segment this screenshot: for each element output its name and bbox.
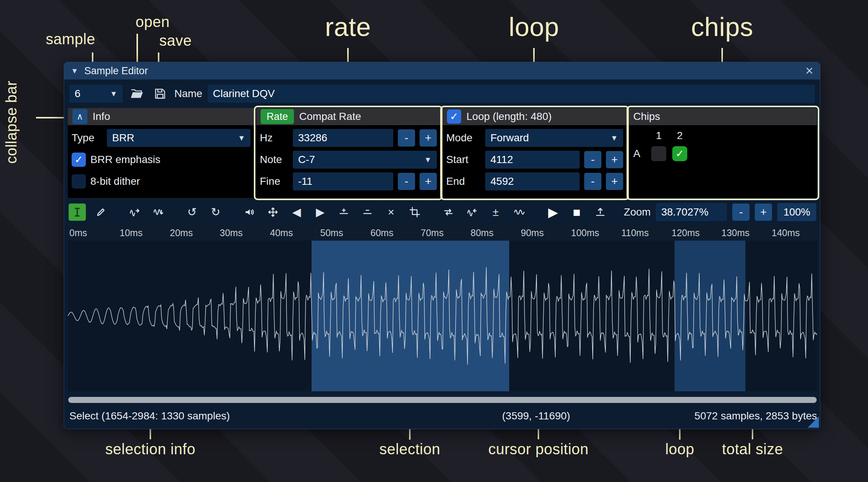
ruler-label: 100ms <box>571 228 599 238</box>
ruler-label: 120ms <box>672 228 700 238</box>
zoom-group: Zoom - + 100% <box>624 203 816 221</box>
hz-minus-button[interactable]: - <box>398 129 415 147</box>
check-icon: ✓ <box>676 148 684 160</box>
title-bar[interactable]: ▼ Sample Editor × <box>64 62 820 79</box>
zoom-plus-button[interactable]: + <box>755 204 772 221</box>
open-button[interactable] <box>128 85 146 103</box>
zoom-value-field[interactable] <box>656 203 727 221</box>
fine-minus-button[interactable]: - <box>398 173 415 190</box>
open-folder-icon <box>130 87 144 100</box>
status-cursor-position: (3599, -11690) <box>502 410 570 422</box>
select-tool-button[interactable] <box>69 204 86 221</box>
loop-start-plus-button[interactable]: + <box>606 151 623 168</box>
chip-2-checkbox[interactable]: ✓ <box>672 146 687 161</box>
ruler-label: 130ms <box>721 228 750 238</box>
filter-button[interactable] <box>511 204 528 221</box>
resample-wave-icon <box>153 207 164 218</box>
delete-icon: × <box>388 207 394 218</box>
reverse-button[interactable] <box>463 204 481 221</box>
delete-button[interactable]: × <box>382 204 400 221</box>
type-label: Type <box>72 132 102 144</box>
loop-region[interactable] <box>675 241 745 391</box>
loop-start-label: Start <box>446 154 481 166</box>
invert-button[interactable]: ± <box>487 204 504 221</box>
chevron-up-icon: ∧ <box>76 111 83 122</box>
normalize-button[interactable] <box>264 204 282 221</box>
upload-button[interactable] <box>592 204 609 221</box>
fine-plus-button[interactable]: + <box>420 173 437 190</box>
loop-end-value: 4592 <box>490 175 514 187</box>
stop-button[interactable]: ■ <box>568 204 585 221</box>
type-value: BRR <box>112 132 134 144</box>
preview-play-button[interactable]: ▶ <box>544 204 562 221</box>
annotation-selection: selection <box>354 441 466 457</box>
insert-silence-button[interactable] <box>335 204 352 221</box>
hz-plus-button[interactable]: + <box>420 129 437 147</box>
chip-1-checkbox[interactable] <box>651 146 666 161</box>
waveform-display[interactable] <box>68 241 817 391</box>
loop-end-field[interactable]: 4592 <box>485 172 580 190</box>
scrollbar-thumb[interactable] <box>68 397 817 403</box>
type-dropdown[interactable]: BRR ▼ <box>107 129 250 147</box>
swap-icon <box>443 207 454 218</box>
name-input[interactable] <box>208 85 815 103</box>
sample-selector[interactable]: 6 ▼ <box>69 85 123 103</box>
annotation-chips: chips <box>666 13 778 42</box>
chevron-down-icon: ▼ <box>238 134 245 142</box>
status-bar: Select (1654-2984: 1330 samples) (3599, … <box>68 407 817 425</box>
fade-in-button[interactable]: ◀ <box>288 204 305 221</box>
resize-button[interactable] <box>126 204 143 221</box>
save-floppy-icon <box>153 87 167 100</box>
window-collapse-icon[interactable]: ▼ <box>71 67 78 75</box>
name-label: Name <box>174 88 202 100</box>
loop-end-plus-button[interactable]: + <box>606 173 623 190</box>
loop-panel-header: ✓ Loop (length: 480) <box>442 108 627 125</box>
dither-checkbox[interactable] <box>72 174 86 189</box>
check-icon: ✓ <box>450 111 459 123</box>
ruler-label: 70ms <box>421 228 444 238</box>
controls-row: 6 ▼ Name <box>64 79 820 108</box>
ruler-label: 30ms <box>220 228 243 238</box>
loop-end-minus-button[interactable]: - <box>584 173 601 190</box>
note-dropdown[interactable]: C-7 ▼ <box>293 151 437 169</box>
chevron-down-icon: ▼ <box>110 90 117 98</box>
fade-out-button[interactable]: ▶ <box>312 204 329 221</box>
selection-region[interactable] <box>312 241 509 391</box>
hz-field[interactable]: 33286 <box>293 129 393 147</box>
sample-editor-window: ▼ Sample Editor × 6 ▼ <box>64 62 820 429</box>
chips-row-a-label: A <box>631 148 640 160</box>
loop-checkbox[interactable]: ✓ <box>447 109 461 124</box>
fine-field[interactable]: -11 <box>293 172 393 190</box>
apply-silence-button[interactable] <box>359 204 376 221</box>
chips-col-2-label: 2 <box>677 130 683 142</box>
trim-button[interactable] <box>406 204 423 221</box>
undo-button[interactable]: ↺ <box>183 204 201 221</box>
amplify-button[interactable] <box>241 204 258 221</box>
flip-button[interactable] <box>440 204 457 221</box>
annotation-loop: loop <box>478 13 590 42</box>
close-button[interactable]: × <box>805 64 813 78</box>
note-label: Note <box>260 154 288 166</box>
brr-emphasis-checkbox[interactable]: ✓ <box>72 153 86 167</box>
resample-button[interactable] <box>150 204 167 221</box>
loop-panel: ✓ Loop (length: 480) Mode Forward ▼ Star… <box>442 108 627 198</box>
zoom-reset-button[interactable]: 100% <box>777 203 816 221</box>
loop-start-minus-button[interactable]: - <box>584 151 601 168</box>
resize-grip[interactable] <box>808 416 819 428</box>
ruler-label: 60ms <box>370 228 393 238</box>
rate-button[interactable]: Rate <box>261 109 294 124</box>
annotation-sample: sample <box>40 31 100 47</box>
annotation-collapse-bar: collapse bar <box>3 71 19 173</box>
waveform-scrollbar[interactable] <box>68 397 817 403</box>
mode-dropdown[interactable]: Forward ▼ <box>485 129 623 147</box>
zoom-minus-button[interactable]: - <box>732 204 750 221</box>
time-ruler: 0ms 10ms 20ms 30ms 40ms 50ms 60ms 70ms 8… <box>68 225 817 241</box>
draw-tool-button[interactable] <box>92 204 109 221</box>
mode-label: Mode <box>446 132 481 144</box>
ruler-label: 50ms <box>320 228 343 238</box>
loop-start-field[interactable]: 4112 <box>485 151 580 169</box>
redo-button[interactable]: ↻ <box>207 204 224 221</box>
collapse-button[interactable]: ∧ <box>72 109 87 124</box>
mode-value: Forward <box>490 132 529 144</box>
save-button[interactable] <box>151 85 169 103</box>
